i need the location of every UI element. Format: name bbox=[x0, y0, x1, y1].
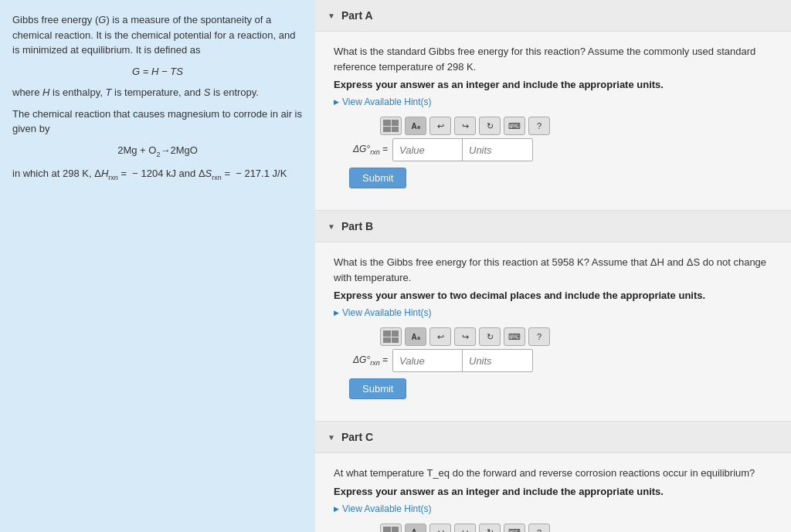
part-b-label: Part B bbox=[341, 220, 373, 232]
part-c-grid-button[interactable] bbox=[380, 524, 402, 533]
part-b-help-button[interactable]: ? bbox=[528, 327, 550, 346]
part-c-hint-link[interactable]: View Available Hint(s) bbox=[334, 503, 432, 514]
intro-text: Gibbs free energy (G) is a measure of th… bbox=[12, 12, 303, 58]
part-b-answer-area: Aₐ ↩ ↪ ↻ ⌨ ? ΔG°rxn = Submit bbox=[334, 327, 772, 405]
part-a-toolbar: Aₐ ↩ ↪ ↻ ⌨ ? bbox=[380, 117, 772, 135]
part-b-refresh-button[interactable]: ↻ bbox=[479, 327, 501, 346]
part-a-help-button[interactable]: ? bbox=[528, 117, 550, 135]
part-b-toolbar: Aₐ ↩ ↪ ↻ ⌨ ? bbox=[380, 327, 772, 346]
part-c-redo-button[interactable]: ↪ bbox=[454, 524, 476, 533]
part-c-undo-button[interactable]: ↩ bbox=[429, 524, 451, 533]
part-c-label: Part C bbox=[341, 431, 373, 443]
part-a-grid-button[interactable] bbox=[380, 117, 402, 135]
part-c-instruction: Express your answer as an integer and in… bbox=[334, 486, 772, 497]
gibbs-equation: G = H − TS bbox=[12, 64, 303, 80]
part-a-refresh-button[interactable]: ↻ bbox=[479, 117, 501, 135]
part-a-units-input[interactable] bbox=[463, 139, 532, 161]
left-panel: Gibbs free energy (G) is a measure of th… bbox=[0, 0, 315, 532]
part-a-collapse-arrow[interactable]: ▼ bbox=[328, 12, 335, 20]
part-a-content: What is the standard Gibbs free energy f… bbox=[315, 32, 791, 210]
part-a-keyboard-button[interactable]: ⌨ bbox=[504, 117, 525, 135]
part-b-value-input[interactable] bbox=[393, 350, 463, 371]
part-b-collapse-arrow[interactable]: ▼ bbox=[328, 222, 335, 231]
part-c-header: ▼ Part C bbox=[315, 422, 791, 453]
part-a-input-row: ΔG°rxn = bbox=[349, 138, 772, 161]
part-a-submit-button[interactable]: Submit bbox=[349, 168, 406, 188]
reaction-intro: The chemical reaction that causes magnes… bbox=[12, 107, 303, 137]
part-b-format-button[interactable]: Aₐ bbox=[405, 327, 426, 346]
part-a-hint-link[interactable]: View Available Hint(s) bbox=[334, 97, 432, 107]
part-a-section: ▼ Part A What is the standard Gibbs free… bbox=[315, 0, 791, 211]
part-c-keyboard-button[interactable]: ⌨ bbox=[504, 524, 525, 533]
thermodynamic-data: in which at 298 K, ΔHrxn = − 1204 kJ and… bbox=[12, 166, 303, 183]
part-c-refresh-button[interactable]: ↻ bbox=[479, 524, 501, 533]
variables-text: where H is enthalpy, T is temperature, a… bbox=[12, 85, 303, 100]
part-c-collapse-arrow[interactable]: ▼ bbox=[328, 433, 335, 442]
part-b-input-row: ΔG°rxn = bbox=[349, 349, 772, 372]
part-b-answer-inputs bbox=[392, 349, 533, 372]
right-panel: ▼ Part A What is the standard Gibbs free… bbox=[315, 0, 791, 532]
part-c-toolbar: Aₐ ↩ ↪ ↻ ⌨ ? bbox=[380, 524, 772, 533]
part-b-instruction: Express your answer to two decimal place… bbox=[334, 290, 772, 301]
part-b-content: What is the Gibbs free energy for this r… bbox=[315, 242, 791, 421]
part-b-grid-button[interactable] bbox=[380, 327, 402, 346]
part-a-undo-button[interactable]: ↩ bbox=[429, 117, 451, 135]
part-c-help-button[interactable]: ? bbox=[528, 524, 550, 533]
part-a-label: Part A bbox=[341, 9, 373, 22]
part-a-question: What is the standard Gibbs free energy f… bbox=[334, 44, 772, 74]
part-c-question: At what temperature T_eq do the forward … bbox=[334, 466, 772, 481]
part-b-eq-label: ΔG°rxn = bbox=[349, 354, 388, 367]
part-a-eq-label: ΔG°rxn = bbox=[349, 144, 388, 156]
part-a-format-button[interactable]: Aₐ bbox=[405, 117, 426, 135]
part-a-header: ▼ Part A bbox=[315, 0, 791, 32]
part-a-answer-inputs bbox=[392, 138, 533, 161]
part-a-redo-button[interactable]: ↪ bbox=[454, 117, 476, 135]
part-b-header: ▼ Part B bbox=[315, 211, 791, 242]
part-c-format-button[interactable]: Aₐ bbox=[405, 524, 426, 533]
part-b-hint-link[interactable]: View Available Hint(s) bbox=[334, 307, 432, 318]
part-b-undo-button[interactable]: ↩ bbox=[429, 327, 451, 346]
part-a-answer-area: Aₐ ↩ ↪ ↻ ⌨ ? ΔG°rxn = Submit bbox=[334, 117, 772, 195]
part-b-redo-button[interactable]: ↪ bbox=[454, 327, 476, 346]
part-b-units-input[interactable] bbox=[463, 350, 532, 371]
part-b-keyboard-button[interactable]: ⌨ bbox=[504, 327, 525, 346]
part-c-section: ▼ Part C At what temperature T_eq do the… bbox=[315, 422, 791, 532]
part-a-value-input[interactable] bbox=[393, 139, 463, 161]
part-b-submit-button[interactable]: Submit bbox=[349, 378, 406, 399]
part-b-question: What is the Gibbs free energy for this r… bbox=[334, 255, 772, 285]
part-a-instruction: Express your answer as an integer and in… bbox=[334, 79, 772, 90]
part-c-content: At what temperature T_eq do the forward … bbox=[315, 453, 791, 532]
part-b-section: ▼ Part B What is the Gibbs free energy f… bbox=[315, 211, 791, 422]
chemical-reaction: 2Mg + O2→2MgO bbox=[12, 143, 303, 160]
part-c-answer-area: Aₐ ↩ ↪ ↻ ⌨ ? Teq = Submit bbox=[334, 524, 772, 533]
